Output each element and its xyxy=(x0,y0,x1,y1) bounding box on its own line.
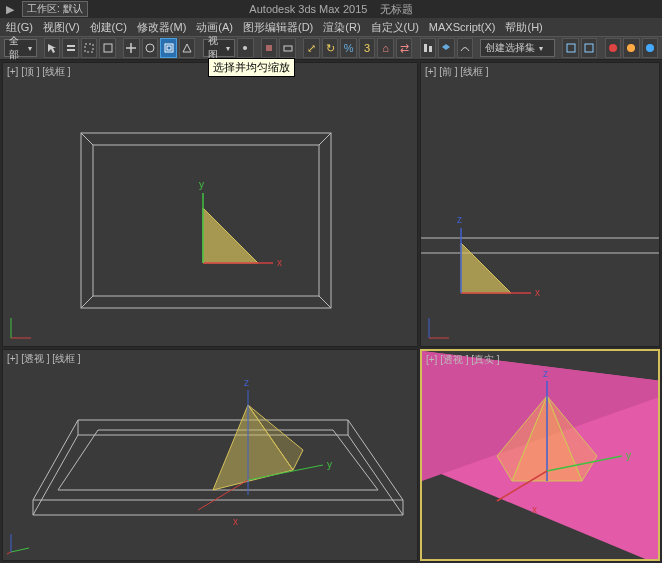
select-manipulate-button[interactable] xyxy=(261,38,278,58)
render-setup-button[interactable] xyxy=(623,38,640,58)
svg-rect-10 xyxy=(424,44,427,52)
axis-indicator-icon xyxy=(425,316,451,342)
axis-indicator-icon xyxy=(7,316,33,342)
svg-rect-1 xyxy=(67,49,75,51)
menu-grapheditor[interactable]: 图形编辑器(D) xyxy=(243,20,313,35)
document-title: 无标题 xyxy=(380,3,413,15)
menu-modifier[interactable]: 修改器(M) xyxy=(137,20,187,35)
svg-point-16 xyxy=(646,44,654,52)
reference-coord-dropdown[interactable]: 视图 xyxy=(203,39,236,57)
axis-indicator-icon xyxy=(7,530,33,556)
svg-line-21 xyxy=(81,296,93,308)
svg-rect-2 xyxy=(85,44,93,52)
viewport-top-label[interactable]: [+] [顶 ] [线框 ] xyxy=(7,65,71,79)
edit-named-selection-button[interactable]: ⌂ xyxy=(377,38,394,58)
svg-text:x: x xyxy=(233,516,238,527)
titlebar-triangle-icon: ▶ xyxy=(6,3,14,16)
viewport-perspective-real[interactable]: [+] [透视 ] [真实 ] z y x xyxy=(420,349,660,561)
axis-y-label: y xyxy=(199,179,204,190)
select-scale-button[interactable] xyxy=(160,38,177,58)
select-by-name-button[interactable] xyxy=(62,38,79,58)
menubar: 组(G) 视图(V) 创建(C) 修改器(M) 动画(A) 图形编辑器(D) 渲… xyxy=(0,18,662,36)
svg-point-15 xyxy=(627,44,635,52)
viewport-grid: [+] [顶 ] [线框 ] x y [+] [前 ] [线框 ] xyxy=(0,60,662,563)
svg-line-19 xyxy=(81,133,93,145)
keyboard-shortcut-button[interactable] xyxy=(279,38,296,58)
selection-filter-dropdown[interactable]: 全部 xyxy=(4,39,37,57)
svg-text:z: z xyxy=(244,377,249,388)
titlebar: ▶ 工作区: 默认 Autodesk 3ds Max 2015 无标题 xyxy=(0,0,662,18)
svg-line-50 xyxy=(11,548,29,552)
menu-create[interactable]: 创建(C) xyxy=(90,20,127,35)
axis-x-label: x xyxy=(277,257,282,268)
svg-point-14 xyxy=(609,44,617,52)
svg-rect-6 xyxy=(167,46,171,50)
workspace-selector[interactable]: 工作区: 默认 xyxy=(22,1,88,17)
svg-rect-12 xyxy=(567,44,575,52)
svg-text:x: x xyxy=(535,287,540,298)
mirror-button[interactable]: ⇄ xyxy=(396,38,413,58)
named-selection-set-dropdown[interactable]: 创建选择集 xyxy=(480,39,555,57)
spinner-snap-button[interactable]: 3 xyxy=(359,38,376,58)
svg-rect-9 xyxy=(284,46,292,51)
app-title: Autodesk 3ds Max 2015 xyxy=(249,3,367,15)
viewport-front-label[interactable]: [+] [前 ] [线框 ] xyxy=(425,65,489,79)
select-object-button[interactable] xyxy=(44,38,61,58)
toolbar-btn-a[interactable] xyxy=(562,38,579,58)
layer-manager-button[interactable] xyxy=(438,38,455,58)
select-place-button[interactable] xyxy=(179,38,196,58)
viewport-persp-wire-label[interactable]: [+] [透视 ] [线框 ] xyxy=(7,352,81,366)
align-button[interactable] xyxy=(420,38,437,58)
tooltip: 选择并均匀缩放 xyxy=(208,58,295,77)
svg-text:x: x xyxy=(532,504,537,515)
use-pivot-center-button[interactable] xyxy=(237,38,254,58)
svg-rect-8 xyxy=(266,45,272,51)
svg-line-20 xyxy=(319,133,331,145)
svg-point-7 xyxy=(243,46,247,50)
svg-marker-36 xyxy=(33,435,403,515)
menu-custom[interactable]: 自定义(U) xyxy=(371,20,419,35)
snap-toggle-button[interactable]: ⤢ xyxy=(303,38,320,58)
render-frame-button[interactable] xyxy=(642,38,659,58)
viewport-perspective-wire[interactable]: [+] [透视 ] [线框 ] z y x xyxy=(2,349,418,561)
svg-line-22 xyxy=(319,296,331,308)
menu-help[interactable]: 帮助(H) xyxy=(505,20,542,35)
window-crossing-button[interactable] xyxy=(99,38,116,58)
select-move-button[interactable] xyxy=(123,38,140,58)
percent-snap-button[interactable]: % xyxy=(340,38,357,58)
angle-snap-button[interactable]: ↻ xyxy=(322,38,339,58)
menu-view[interactable]: 视图(V) xyxy=(43,20,80,35)
toolbar-btn-b[interactable] xyxy=(581,38,598,58)
svg-text:y: y xyxy=(626,450,631,461)
svg-text:y: y xyxy=(327,459,332,470)
svg-text:z: z xyxy=(457,214,462,225)
svg-text:z: z xyxy=(543,368,548,379)
menu-maxscript[interactable]: MAXScript(X) xyxy=(429,21,496,33)
menu-group[interactable]: 组(G) xyxy=(6,20,33,35)
viewport-persp-real-label[interactable]: [+] [透视 ] [真实 ] xyxy=(426,353,500,367)
svg-rect-11 xyxy=(429,46,432,52)
main-toolbar: 全部 视图 ⤢ ↻ % 3 ⌂ ⇄ 创建选择集 xyxy=(0,36,662,60)
menu-render[interactable]: 渲染(R) xyxy=(323,20,360,35)
select-rotate-button[interactable] xyxy=(142,38,159,58)
svg-line-52 xyxy=(7,552,11,556)
viewport-top[interactable]: [+] [顶 ] [线框 ] x y xyxy=(2,62,418,347)
svg-rect-5 xyxy=(165,44,173,52)
curve-editor-button[interactable] xyxy=(457,38,474,58)
rectangle-select-button[interactable] xyxy=(81,38,98,58)
svg-point-4 xyxy=(146,44,154,52)
svg-rect-0 xyxy=(67,45,75,47)
svg-rect-3 xyxy=(104,44,112,52)
menu-animation[interactable]: 动画(A) xyxy=(196,20,233,35)
viewport-front[interactable]: [+] [前 ] [线框 ] x z xyxy=(420,62,660,347)
material-editor-button[interactable] xyxy=(605,38,622,58)
svg-rect-13 xyxy=(585,44,593,52)
